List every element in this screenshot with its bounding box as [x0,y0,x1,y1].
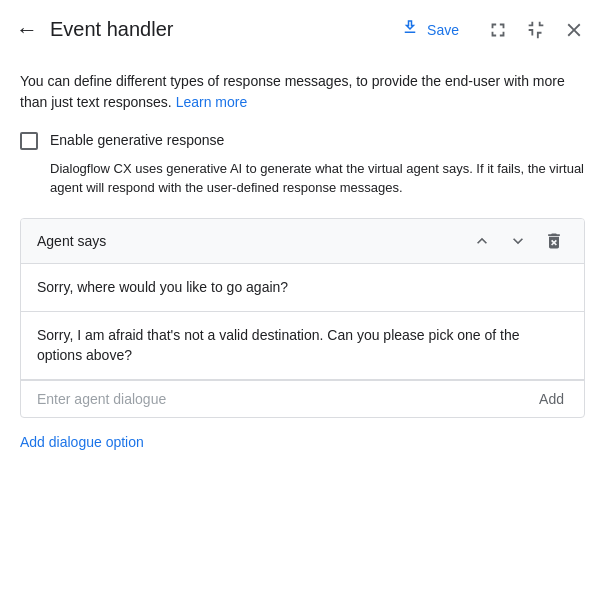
page-title: Event handler [50,18,385,41]
header: ← Event handler Save [0,0,605,59]
collapse-button[interactable] [521,15,551,45]
collapse-icon [525,19,547,41]
generative-response-label-group: Enable generative response [50,131,224,151]
dialogue-item: Sorry, where would you like to go again? [21,264,584,313]
learn-more-link[interactable]: Learn more [176,94,248,110]
generative-response-label: Enable generative response [50,132,224,148]
generative-response-checkbox[interactable] [20,132,38,150]
arrow-up-icon [472,231,492,251]
body-content: You can define different types of respon… [0,59,605,606]
fullscreen-button[interactable] [483,15,513,45]
agent-dialogue-input[interactable] [37,391,535,407]
trash-icon [544,231,564,251]
move-down-button[interactable] [504,229,532,253]
generative-description: Dialogflow CX uses generative AI to gene… [50,159,585,198]
header-actions [483,15,589,45]
card-header-actions [468,229,568,253]
save-label: Save [427,22,459,38]
agent-says-card: Agent says [20,218,585,419]
move-up-button[interactable] [468,229,496,253]
close-button[interactable] [559,15,589,45]
arrow-down-icon [508,231,528,251]
delete-button[interactable] [540,229,568,253]
add-dialogue-inline-button[interactable]: Add [535,391,568,407]
close-icon [563,19,585,41]
back-button[interactable]: ← [16,19,38,41]
fullscreen-icon [487,19,509,41]
save-icon [401,18,419,41]
dialogue-item: Sorry, I am afraid that's not a valid de… [21,312,584,380]
agent-says-title: Agent says [37,233,468,249]
agent-card-header: Agent says [21,219,584,264]
generative-response-row: Enable generative response [20,131,585,151]
description-text: You can define different types of respon… [20,71,585,113]
add-dialogue-option-button[interactable]: Add dialogue option [20,434,144,450]
agent-dialogue-input-row: Add [21,380,584,417]
save-button[interactable]: Save [393,14,467,45]
page-container: ← Event handler Save [0,0,605,606]
